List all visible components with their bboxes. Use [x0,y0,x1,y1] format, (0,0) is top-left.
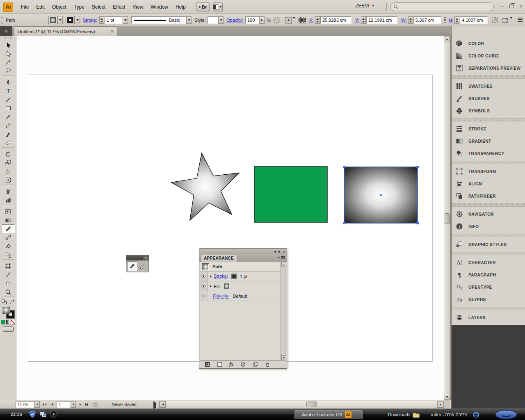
vertical-scroll-thumb[interactable] [445,213,450,224]
document-tab[interactable]: Untitled-1* @ 117% (CMYK/Preview) × [14,26,117,36]
visibility-toggle[interactable] [200,281,208,291]
selection-handle[interactable] [416,222,419,224]
page-dropdown[interactable] [71,401,76,408]
pen-tool[interactable] [2,78,15,87]
slice-tool[interactable] [2,270,15,279]
fill-indicator-icon[interactable] [2,306,10,314]
dock-item-paragraph[interactable]: ¶ PARAGRAPH [452,269,525,281]
zoom-tool[interactable] [2,288,15,296]
eyedropper-tool-button[interactable] [127,261,137,271]
page-number-field[interactable]: 1 [57,401,71,408]
green-rectangle[interactable] [254,167,327,222]
minimize-button[interactable]: – [501,3,504,9]
blob-brush-tool[interactable] [2,130,15,138]
scale-tool[interactable] [2,158,15,167]
selection-handle[interactable] [343,166,345,168]
recolor-artwork-icon[interactable] [273,17,280,24]
rectangle-tool[interactable] [2,104,15,112]
fill-gradient-swatch[interactable] [224,283,229,289]
scroll-up-icon[interactable] [281,262,286,267]
go-to-bridge-button[interactable]: Br [196,2,210,11]
magic-wand-tool[interactable] [2,58,15,66]
stroke-weight-dropdown[interactable] [123,16,128,24]
dock-item-pathfinder[interactable]: PATHFINDER [452,190,525,202]
search-input[interactable] [399,5,485,9]
rotate-tool[interactable] [2,150,15,158]
eraser-tool[interactable] [2,138,15,147]
reference-point-locator[interactable] [299,17,306,23]
taskbar-button-downloads[interactable]: Downloads [385,410,423,419]
scroll-down-icon[interactable] [281,355,286,360]
isolate-selected-object-icon[interactable] [502,16,509,24]
horizontal-scroll-thumb[interactable] [306,402,317,407]
color-button[interactable] [1,320,5,324]
eyedropper-tool[interactable] [2,224,15,233]
duplicate-item-icon[interactable] [253,362,258,367]
x-stepper[interactable] [315,16,320,24]
gradient-button[interactable] [6,320,10,324]
select-similar-dropdown[interactable] [293,19,295,24]
restore-button[interactable] [509,5,514,8]
dock-item-character[interactable]: A CHARACTER [452,256,525,269]
graph-tool[interactable] [2,196,15,204]
taskbar-button-browser[interactable]: ...צריכה עזרה - rotter [427,410,483,419]
collapse-panel-icon[interactable]: » [0,26,12,36]
appearance-panel[interactable]: ◄◄ × APPEARANCE Path Stroke: 1 pt Fill: [199,248,287,369]
style-field[interactable] [208,16,218,24]
scale-strokes-icon[interactable] [491,16,499,24]
menu-object[interactable]: Object [48,2,70,11]
scroll-left-icon[interactable] [160,401,166,408]
panel-collapse-icon[interactable]: ◄◄ [273,249,281,253]
dock-item-color[interactable]: COLOR [452,37,525,50]
fill-color-dropdown[interactable] [57,16,63,24]
scroll-down-icon[interactable] [444,394,450,400]
dock-item-navigator[interactable]: NAVIGATOR [452,208,525,220]
first-page-icon[interactable] [42,401,48,408]
dock-group-separator[interactable] [452,234,525,237]
menu-edit[interactable]: Edit [32,2,48,11]
live-paint-bucket-tool[interactable] [2,242,15,250]
default-fill-stroke-icon[interactable] [2,299,7,305]
status-flyout-icon[interactable] [153,403,156,408]
menu-window[interactable]: Window [147,2,172,11]
media-player-icon[interactable] [50,411,57,418]
opacity-field[interactable]: 100 [245,16,259,24]
dock-group-separator[interactable] [452,119,525,121]
dock-item-color-guide[interactable]: COLOR GUIDE [452,50,525,62]
width-field[interactable]: 5.367 cm [413,16,441,24]
dock-item-transform[interactable]: TRANSFORM [452,165,525,178]
direct-selection-tool[interactable] [2,49,15,58]
tearoff-titlebar[interactable]: × [126,256,148,260]
opacity-link[interactable]: Opacity: [226,18,243,23]
menu-file[interactable]: File [17,2,32,11]
stroke-color-dropdown[interactable] [75,16,80,24]
gradient-tool[interactable] [2,216,15,224]
hand-tool[interactable] [2,279,15,288]
center-anchor[interactable] [380,194,382,196]
lasso-tool[interactable] [2,66,15,75]
delete-trash-icon[interactable] [265,362,270,367]
last-page-icon[interactable] [84,401,90,408]
dock-group-separator[interactable] [452,76,525,79]
opacity-link[interactable]: Opacity: [213,293,229,299]
height-link[interactable]: H: [449,18,453,23]
menu-effect[interactable]: Effect [109,2,129,11]
paintbrush-tool[interactable] [2,112,15,121]
selection-handle[interactable] [416,166,419,168]
dock-item-glyphs[interactable]: Aa GLYPHS [452,293,525,306]
dock-item-align[interactable]: ALIGN [452,178,525,190]
y-stepper[interactable] [361,16,366,24]
visibility-toggle[interactable] [200,272,208,281]
dock-item-transparency[interactable]: TRANSPARENCY [452,147,525,160]
scroll-right-icon[interactable] [437,401,443,408]
isolate-dropdown[interactable] [510,19,512,24]
workspace-switcher[interactable]: ZEEVI [355,3,374,9]
brush-dropdown[interactable] [186,16,192,24]
clear-appearance-icon[interactable] [240,362,246,367]
expand-arrow-icon[interactable] [210,275,212,278]
type-tool[interactable]: T [2,87,15,95]
blend-tool[interactable] [2,233,15,242]
dock-item-opentype[interactable]: OT OPENTYPE [452,281,525,293]
dock-group-separator[interactable] [452,204,525,207]
illustrator-app-icon[interactable]: Ai [3,2,13,12]
